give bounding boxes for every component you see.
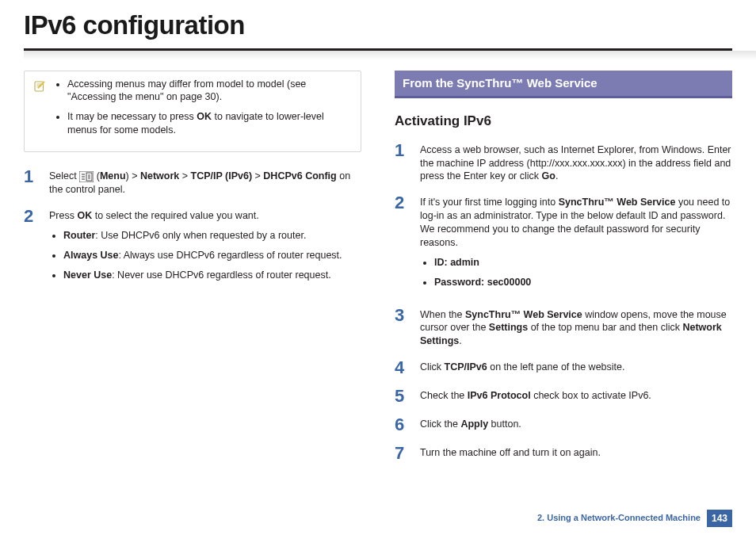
step-number: 2 — [395, 194, 409, 295]
option-item: Never Use: Never use DHCPv6 regardless o… — [63, 269, 361, 282]
page-number: 143 — [707, 510, 732, 527]
option-item: Always Use: Always use DHCPv6 regardless… — [63, 249, 361, 262]
step-number: 3 — [395, 307, 409, 349]
step: 2 Press OK to select the required value … — [24, 208, 361, 289]
subsection-heading: Activating IPv6 — [395, 113, 732, 131]
step: 5 Check the IPv6 Protocol check box to a… — [395, 388, 732, 405]
step-number: 6 — [395, 416, 409, 434]
credentials-list: ID: admin Password: sec00000 — [420, 256, 732, 289]
step: 6 Click the Apply button. — [395, 416, 732, 434]
step-body: Select (Menu) > Network > TCP/IP (IPv6) … — [49, 168, 361, 197]
step-body: Click the Apply button. — [420, 416, 732, 434]
step: 1 Access a web browser, such as Internet… — [395, 142, 732, 184]
left-column: Accessing menus may differ from model to… — [24, 71, 361, 474]
note-box: Accessing menus may differ from model to… — [24, 71, 361, 153]
credential-item: ID: admin — [434, 256, 732, 269]
step-number: 1 — [24, 168, 38, 197]
chapter-label: 2. Using a Network-Connected Machine — [537, 512, 701, 524]
step: 2 If it's your first time logging into S… — [395, 194, 732, 295]
step: 1 Select (Menu) > Network > TCP/IP (IPv6… — [24, 168, 361, 197]
note-item: Accessing menus may differ from model to… — [67, 78, 353, 105]
section-heading: From the SyncThru™ Web Service — [395, 71, 732, 98]
step-body: Turn the machine off and turn it on agai… — [420, 445, 732, 462]
title-rule — [24, 48, 732, 59]
step-number: 1 — [395, 142, 409, 184]
page-footer: 2. Using a Network-Connected Machine 143 — [537, 510, 732, 527]
note-item: It may be necessary to press OK to navig… — [67, 110, 353, 137]
right-column: From the SyncThru™ Web Service Activatin… — [395, 71, 732, 474]
step: 7 Turn the machine off and turn it on ag… — [395, 445, 732, 462]
note-icon — [32, 78, 47, 144]
step-body: When the SyncThru™ Web Service window op… — [420, 307, 732, 349]
page-title: IPv6 configuration — [24, 8, 732, 44]
step-body: Access a web browser, such as Internet E… — [420, 142, 732, 184]
step-number: 2 — [24, 208, 38, 289]
step: 3 When the SyncThru™ Web Service window … — [395, 307, 732, 349]
option-item: Router: Use DHCPv6 only when requested b… — [63, 229, 361, 243]
step-body: Click TCP/IPv6 on the left pane of the w… — [420, 359, 732, 376]
step-number: 7 — [395, 445, 409, 462]
step-number: 4 — [395, 359, 409, 376]
step-number: 5 — [395, 388, 409, 405]
menu-icon — [79, 170, 94, 183]
step: 4 Click TCP/IPv6 on the left pane of the… — [395, 359, 732, 376]
note-list: Accessing menus may differ from model to… — [56, 78, 353, 144]
option-list: Router: Use DHCPv6 only when requested b… — [49, 229, 361, 282]
step-body: Press OK to select the required value yo… — [49, 208, 361, 289]
credential-item: Password: sec00000 — [434, 276, 732, 289]
step-body: If it's your first time logging into Syn… — [420, 194, 732, 295]
step-body: Check the IPv6 Protocol check box to act… — [420, 388, 732, 405]
